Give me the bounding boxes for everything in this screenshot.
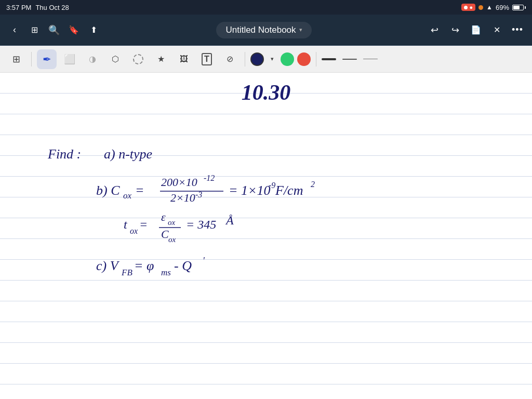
title-chevron-icon: ▾	[299, 26, 302, 33]
star-button[interactable]: ★	[151, 49, 171, 69]
back-button[interactable]: ‹	[5, 21, 24, 39]
grid-button[interactable]: ⊞	[25, 21, 44, 39]
pen-icon: ✒	[43, 53, 51, 65]
svg-text:-12: -12	[204, 174, 215, 182]
orange-dot-icon	[478, 5, 483, 10]
battery-percent: 69%	[496, 4, 509, 11]
notebook-area: 10.30 Find : a) n-type b) C ox = 200×10 …	[0, 73, 532, 399]
tools-bar: ⊞ ✒ ⬜ ◑ ⬡ ★ 🖼 T ⊘ ▾	[0, 46, 532, 73]
lasso-icon	[133, 54, 143, 64]
close-button[interactable]: ✕	[487, 21, 506, 39]
divider-1	[31, 52, 32, 66]
notebook-title-text: Untitled Notebook	[225, 25, 296, 35]
svg-text:200×10: 200×10	[161, 176, 197, 189]
svg-text:ox: ox	[168, 218, 176, 227]
color-dark-blue[interactable]	[250, 52, 264, 66]
svg-text:c)   V: c) V	[96, 258, 120, 273]
divider-2	[245, 52, 245, 66]
text-icon: T	[202, 53, 212, 65]
lined-paper: 10.30 Find : a) n-type b) C ox = 200×10 …	[0, 73, 532, 399]
new-page-button[interactable]: 📄	[467, 21, 485, 39]
handwriting-canvas: 10.30 Find : a) n-type b) C ox = 200×10 …	[0, 73, 532, 399]
svg-text:-9: -9	[269, 181, 275, 190]
time-display: 3:57 PM	[6, 4, 31, 11]
svg-text:=  φ: = φ	[134, 258, 154, 273]
svg-text:=: =	[135, 183, 144, 198]
color-green[interactable]	[281, 52, 294, 66]
svg-text:': '	[203, 256, 205, 266]
share-button[interactable]: ⬆	[84, 21, 103, 39]
svg-text:-3: -3	[195, 190, 202, 199]
record-dot-icon	[464, 6, 468, 9]
svg-text:ε: ε	[161, 210, 166, 223]
main-toolbar: ‹ ⊞ 🔍 🔖 ⬆ Untitled Notebook ▾ ↩ ↪ 📄 ✕ ••…	[0, 15, 532, 46]
line-thin-selector[interactable]	[363, 59, 378, 59]
eraser-button[interactable]: ⬜	[60, 49, 79, 69]
bookmark-button[interactable]: 🔖	[64, 21, 83, 39]
line-medium-selector[interactable]	[342, 59, 357, 60]
panels-button[interactable]: ⊞	[6, 49, 26, 69]
svg-text:C: C	[161, 228, 169, 241]
link-icon: ⊘	[227, 54, 233, 64]
text-button[interactable]: T	[197, 49, 217, 69]
svg-text:a)   n-type: a) n-type	[104, 147, 152, 162]
svg-text:ox: ox	[130, 227, 138, 235]
title-area: Untitled Notebook ▾	[105, 22, 423, 38]
undo-button[interactable]: ↩	[425, 21, 444, 39]
shapes-icon: ⬡	[112, 54, 119, 64]
image-button[interactable]: 🖼	[174, 49, 194, 69]
color-red[interactable]	[297, 52, 311, 66]
battery-icon	[512, 5, 526, 10]
nav-buttons: ‹ ⊞ 🔍 🔖 ⬆	[5, 21, 103, 39]
svg-text:Å: Å	[225, 214, 234, 227]
date-display: Thu Oct 28	[35, 4, 69, 11]
lasso-button[interactable]	[128, 49, 148, 69]
highlighter-icon: ◑	[89, 54, 96, 64]
wifi-icon: ▲	[486, 4, 493, 11]
svg-text:ox: ox	[168, 235, 176, 244]
highlighter-button[interactable]: ◑	[83, 49, 102, 69]
svg-text:t: t	[124, 218, 128, 231]
svg-text:ox: ox	[123, 191, 132, 201]
svg-text:b)  C: b) C	[96, 183, 120, 198]
svg-text:FB: FB	[121, 268, 132, 277]
color-dropdown-button[interactable]: ▾	[267, 49, 277, 69]
link-button[interactable]: ⊘	[220, 49, 240, 69]
svg-text:=: =	[139, 218, 148, 231]
svg-text:-  Q: - Q	[174, 258, 192, 273]
redo-button[interactable]: ↪	[446, 21, 464, 39]
svg-text:= 1×10: = 1×10	[229, 183, 271, 198]
line-thick-selector[interactable]	[322, 58, 336, 60]
image-icon: 🖼	[180, 55, 188, 64]
status-bar: 3:57 PM Thu Oct 28 ● ▲ 69%	[0, 0, 532, 15]
svg-text:10.30: 10.30	[242, 81, 291, 104]
svg-text:F/cm: F/cm	[275, 183, 303, 198]
svg-text:= 345: = 345	[186, 218, 216, 231]
svg-text:ms: ms	[161, 268, 171, 277]
pen-button[interactable]: ✒	[37, 49, 57, 69]
svg-text:2×10: 2×10	[170, 191, 195, 204]
record-indicator: ●	[461, 4, 475, 11]
shapes-button[interactable]: ⬡	[105, 49, 125, 69]
svg-text:Find :: Find :	[47, 147, 81, 162]
notebook-title-button[interactable]: Untitled Notebook ▾	[216, 22, 311, 38]
toolbar-right: ↩ ↪ 📄 ✕ •••	[425, 21, 527, 39]
search-button[interactable]: 🔍	[45, 21, 63, 39]
eraser-icon: ⬜	[64, 54, 75, 65]
svg-text:2: 2	[311, 180, 315, 189]
more-options-button[interactable]: •••	[508, 21, 527, 39]
divider-3	[316, 52, 316, 66]
star-icon: ★	[157, 54, 165, 64]
record-label: ●	[469, 4, 473, 10]
